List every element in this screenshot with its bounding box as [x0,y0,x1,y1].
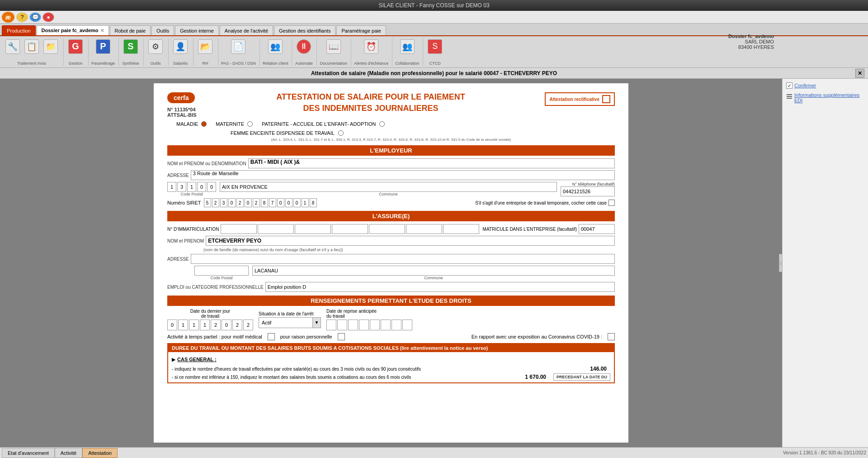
immatriculation-row: N° D'IMMATRICULATION MATRICULE DANS L'EN… [167,224,615,234]
date-box-3: 1 [189,320,199,330]
travail-temporaire-checkbox[interactable] [609,200,615,206]
tab-production[interactable]: Production [2,25,36,35]
close-nav-button[interactable]: ● [42,12,54,22]
tab-gestion-id[interactable]: Gestion des identifiants [274,25,335,35]
toolbar-btn-collab[interactable]: 👥 [398,38,416,55]
emploi-field[interactable]: Emploi position D [265,282,615,292]
help-button[interactable]: ? [16,12,28,22]
toolbar-btn-automate[interactable]: ⏸ [295,38,313,55]
radio-maternite-circle[interactable] [247,121,253,127]
immatriculation-group: N° D'IMMATRICULATION [167,224,479,234]
reprise-box-8[interactable] [402,320,412,330]
matricule-field[interactable]: 00047 [579,224,615,234]
imm-box-6[interactable] [406,224,442,234]
reprise-box-3[interactable] [348,320,358,330]
toolbar-group-synthese: S Synthèse [122,38,144,66]
toolbar-group-ctcd: S CTCD [426,38,448,66]
siret-13: 1 [302,198,309,207]
imm-box-1[interactable] [221,224,257,234]
toolbar-btn-salaries[interactable]: 👤 [171,38,189,55]
svg-rect-1 [787,96,792,97]
toolbar-btn-folder[interactable]: 📁 [42,38,60,55]
reprise-box-2[interactable] [337,320,347,330]
imm-boxes [221,224,479,234]
toolbar-btn-parametrage[interactable]: P [94,38,112,55]
attestation-rectificative: Attestation rectificative [545,92,615,106]
reprise-box-7[interactable] [392,320,401,330]
doc-area[interactable]: cerfa N° 11135*04 ATTSAL-BIS ATTESTATION… [0,79,782,447]
informations-item[interactable]: Informations supplémentaires EDI [786,92,864,103]
coronavirus-checkbox[interactable] [608,333,615,340]
imm-box-7[interactable] [443,224,479,234]
confirmer-item[interactable]: ✓ Confirmer [786,82,864,89]
radio-paternite-circle[interactable] [379,121,385,127]
tab-gestion-interne[interactable]: Gestion interne [175,25,219,35]
date-box-5: 2 [211,320,221,330]
radio-femme-circle[interactable] [338,130,344,136]
commune-assure-field[interactable]: LACANAU [252,266,615,276]
commune-group: AIX EN PROVENCE Commune [220,182,557,196]
status-tab-etat[interactable]: Etat d'avancement [2,448,55,458]
svg-rect-2 [787,98,792,99]
toolbar-btn-outils[interactable]: ⚙ [146,38,165,55]
imm-box-5[interactable] [369,224,405,234]
reprise-box-6[interactable] [381,320,391,330]
collapse-handle[interactable]: ⋮ [779,254,783,272]
radio-maladie[interactable]: MALADIE [176,121,207,127]
radio-maladie-circle[interactable] [201,121,207,127]
siret-6: 0 [245,198,252,207]
toolbar-btn-doc[interactable]: 📖 [325,38,343,55]
toolbar-label-parametrage: Paramétrage [91,61,115,66]
nom-prenom-row: NOM et PRENOM ETCHEVERRY PEYO [167,236,615,246]
raison-personnelle-checkbox[interactable] [338,333,345,340]
toolbar-btn-traitement[interactable]: 🔧 [4,38,22,55]
tab-dossier[interactable]: Dossier paie fc_avdemo ✕ [37,25,109,35]
tab-outils[interactable]: Outils [151,25,174,35]
attestation-checkbox[interactable] [602,95,610,103]
telephone-label: N° téléphone (facultatif) [572,182,615,186]
radio-maternite[interactable]: MATERNITE [216,121,253,127]
confirmer-checkbox[interactable]: ✓ [786,82,793,89]
situation-dropdown-arrow[interactable]: ▼ [313,317,321,328]
code-postal-assure-field[interactable] [194,266,249,276]
app-logo[interactable]: æ [2,12,14,23]
motif-medical-checkbox[interactable] [268,333,275,340]
status-tab-activite[interactable]: Activité [55,448,82,458]
toolbar-btn-alertes[interactable]: ⏰ [362,38,380,55]
siret-5: 2 [236,198,244,207]
nom-prenom-field[interactable]: ETCHEVERRY PEYO [206,236,615,246]
toolbar-btn-gestion[interactable]: G [66,38,85,55]
emploi-row: EMPLOI ou CATEGORIE PROFESSIONNELLE Empl… [167,282,615,292]
precedant-box: PRECEDANT LA DATE DU [553,373,610,381]
tab-parametrage[interactable]: Paramétrage paie [336,25,386,35]
commune-field[interactable]: AIX EN PROVENCE [220,182,557,192]
imm-box-4[interactable] [332,224,368,234]
telephone-field[interactable]: 0442121526 [561,186,615,196]
toolbar-btn-rh[interactable]: 📂 [196,38,214,55]
dossier-company: SARL DEMO [728,39,774,44]
toolbar-group-salaries: 👤 Salariés [171,38,193,66]
toolbar-btn-relation[interactable]: 👥 [266,38,284,55]
imm-box-2[interactable] [258,224,294,234]
toolbar-btn-list[interactable]: 📋 [23,38,41,55]
tab-robot[interactable]: Robot de paie [110,25,151,35]
chat-button[interactable]: 💬 [29,12,41,22]
code-postal-label: Code Postal [180,192,203,196]
radio-paternite[interactable]: PATERNITE - ACCUEIL DE L'ENFANT- ADOPTIO… [262,121,385,127]
situation-dropdown[interactable]: Actif ▼ [259,317,321,328]
telephone-group: N° téléphone (facultatif) 0442121526 [561,182,615,196]
reprise-box-1[interactable] [326,320,336,330]
toolbar-btn-ctcd[interactable]: S [426,38,444,55]
imm-box-3[interactable] [295,224,331,234]
close-button[interactable]: ✕ [855,69,864,78]
tab-analyse[interactable]: Analyse de l'activité [220,25,273,35]
adresse-field[interactable]: 3 Route de Marseille [191,170,615,180]
toolbar-btn-synthese[interactable]: S [122,38,140,55]
adresse-assure-field[interactable] [191,254,615,264]
status-tab-attestation[interactable]: Attestation [82,448,118,458]
toolbar-btn-pas[interactable]: 📄 [229,38,247,55]
nom-denomination-field[interactable]: BATI - MIDI ( AIX )& [248,158,615,168]
assure-header: L'ASSURE(E) [167,211,615,221]
reprise-box-5[interactable] [370,320,380,330]
reprise-box-4[interactable] [359,320,369,330]
